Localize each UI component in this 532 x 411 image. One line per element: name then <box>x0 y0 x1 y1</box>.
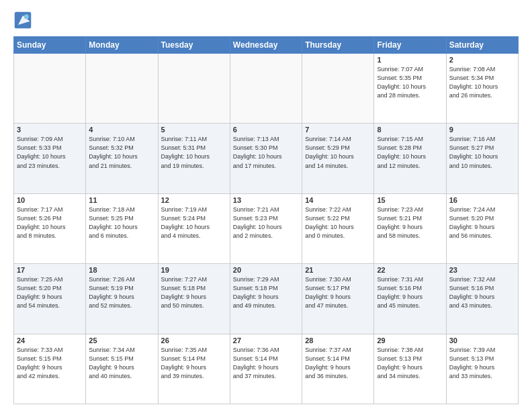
day-number: 30 <box>449 336 515 345</box>
calendar-week-row: 10Sunrise: 7:17 AM Sunset: 5:26 PM Dayli… <box>14 193 519 263</box>
day-number: 26 <box>161 336 227 345</box>
weekday-header: Sunday <box>14 37 86 54</box>
calendar-week-row: 1Sunrise: 7:07 AM Sunset: 5:35 PM Daylig… <box>14 54 519 124</box>
calendar-cell: 6Sunrise: 7:13 AM Sunset: 5:30 PM Daylig… <box>230 124 302 193</box>
day-info: Sunrise: 7:36 AM Sunset: 5:14 PM Dayligh… <box>233 346 299 381</box>
day-info: Sunrise: 7:22 AM Sunset: 5:22 PM Dayligh… <box>305 205 371 240</box>
day-info: Sunrise: 7:35 AM Sunset: 5:14 PM Dayligh… <box>161 346 227 381</box>
day-info: Sunrise: 7:17 AM Sunset: 5:26 PM Dayligh… <box>17 205 83 240</box>
calendar-cell: 30Sunrise: 7:39 AM Sunset: 5:13 PM Dayli… <box>446 334 518 404</box>
calendar-cell: 17Sunrise: 7:25 AM Sunset: 5:20 PM Dayli… <box>14 264 86 334</box>
calendar-cell: 12Sunrise: 7:19 AM Sunset: 5:24 PM Dayli… <box>158 193 230 263</box>
day-number: 25 <box>89 336 154 345</box>
day-info: Sunrise: 7:16 AM Sunset: 5:27 PM Dayligh… <box>449 135 515 170</box>
day-info: Sunrise: 7:11 AM Sunset: 5:31 PM Dayligh… <box>161 135 227 170</box>
header <box>13 11 519 30</box>
svg-point-2 <box>24 14 29 19</box>
day-info: Sunrise: 7:23 AM Sunset: 5:21 PM Dayligh… <box>377 205 443 240</box>
day-info: Sunrise: 7:32 AM Sunset: 5:16 PM Dayligh… <box>449 275 515 310</box>
weekday-header: Wednesday <box>230 37 302 54</box>
calendar-cell <box>14 54 86 124</box>
calendar-cell: 14Sunrise: 7:22 AM Sunset: 5:22 PM Dayli… <box>302 193 374 263</box>
calendar-cell: 23Sunrise: 7:32 AM Sunset: 5:16 PM Dayli… <box>446 264 518 334</box>
day-number: 29 <box>377 336 443 345</box>
day-number: 27 <box>233 336 299 345</box>
day-number: 1 <box>377 56 443 64</box>
day-info: Sunrise: 7:07 AM Sunset: 5:35 PM Dayligh… <box>377 65 443 100</box>
day-number: 14 <box>305 196 371 204</box>
day-number: 10 <box>17 196 83 204</box>
day-number: 28 <box>305 336 371 345</box>
day-info: Sunrise: 7:19 AM Sunset: 5:24 PM Dayligh… <box>161 205 227 240</box>
calendar-cell <box>302 54 374 124</box>
calendar-cell: 20Sunrise: 7:29 AM Sunset: 5:18 PM Dayli… <box>230 264 302 334</box>
day-number: 23 <box>449 266 515 274</box>
weekday-header: Tuesday <box>158 37 230 54</box>
day-info: Sunrise: 7:29 AM Sunset: 5:18 PM Dayligh… <box>233 275 299 310</box>
day-number: 13 <box>233 196 299 204</box>
calendar-cell <box>86 54 158 124</box>
weekday-header: Saturday <box>446 37 518 54</box>
calendar-cell: 1Sunrise: 7:07 AM Sunset: 5:35 PM Daylig… <box>374 54 446 124</box>
calendar-cell: 29Sunrise: 7:38 AM Sunset: 5:13 PM Dayli… <box>374 334 446 404</box>
weekday-header: Thursday <box>302 37 374 54</box>
calendar-cell: 19Sunrise: 7:27 AM Sunset: 5:18 PM Dayli… <box>158 264 230 334</box>
day-number: 16 <box>449 196 515 204</box>
calendar-cell: 7Sunrise: 7:14 AM Sunset: 5:29 PM Daylig… <box>302 124 374 193</box>
page: SundayMondayTuesdayWednesdayThursdayFrid… <box>0 0 532 411</box>
day-info: Sunrise: 7:18 AM Sunset: 5:25 PM Dayligh… <box>89 205 154 240</box>
day-number: 3 <box>17 126 83 134</box>
day-number: 21 <box>305 266 371 274</box>
calendar-table: SundayMondayTuesdayWednesdayThursdayFrid… <box>13 36 519 404</box>
calendar-header-row: SundayMondayTuesdayWednesdayThursdayFrid… <box>14 37 519 54</box>
day-number: 17 <box>17 266 83 274</box>
day-number: 18 <box>89 266 154 274</box>
calendar-week-row: 24Sunrise: 7:33 AM Sunset: 5:15 PM Dayli… <box>14 334 519 404</box>
calendar-cell: 22Sunrise: 7:31 AM Sunset: 5:16 PM Dayli… <box>374 264 446 334</box>
day-number: 2 <box>449 56 515 64</box>
calendar-cell: 4Sunrise: 7:10 AM Sunset: 5:32 PM Daylig… <box>86 124 158 193</box>
day-info: Sunrise: 7:10 AM Sunset: 5:32 PM Dayligh… <box>89 135 154 170</box>
calendar-cell: 16Sunrise: 7:24 AM Sunset: 5:20 PM Dayli… <box>446 193 518 263</box>
calendar-cell: 5Sunrise: 7:11 AM Sunset: 5:31 PM Daylig… <box>158 124 230 193</box>
day-info: Sunrise: 7:08 AM Sunset: 5:34 PM Dayligh… <box>449 65 515 100</box>
calendar-cell: 25Sunrise: 7:34 AM Sunset: 5:15 PM Dayli… <box>86 334 158 404</box>
logo-icon <box>13 11 32 30</box>
calendar-cell: 8Sunrise: 7:15 AM Sunset: 5:28 PM Daylig… <box>374 124 446 193</box>
day-info: Sunrise: 7:15 AM Sunset: 5:28 PM Dayligh… <box>377 135 443 170</box>
day-number: 6 <box>233 126 299 134</box>
calendar-cell: 9Sunrise: 7:16 AM Sunset: 5:27 PM Daylig… <box>446 124 518 193</box>
day-number: 20 <box>233 266 299 274</box>
calendar-cell <box>158 54 230 124</box>
day-number: 19 <box>161 266 227 274</box>
day-info: Sunrise: 7:33 AM Sunset: 5:15 PM Dayligh… <box>17 346 83 381</box>
day-info: Sunrise: 7:38 AM Sunset: 5:13 PM Dayligh… <box>377 346 443 381</box>
calendar-cell: 2Sunrise: 7:08 AM Sunset: 5:34 PM Daylig… <box>446 54 518 124</box>
day-number: 11 <box>89 196 154 204</box>
day-info: Sunrise: 7:39 AM Sunset: 5:13 PM Dayligh… <box>449 346 515 381</box>
calendar-cell: 3Sunrise: 7:09 AM Sunset: 5:33 PM Daylig… <box>14 124 86 193</box>
day-number: 9 <box>449 126 515 134</box>
calendar-cell: 21Sunrise: 7:30 AM Sunset: 5:17 PM Dayli… <box>302 264 374 334</box>
logo <box>13 11 35 30</box>
weekday-header: Monday <box>86 37 158 54</box>
day-info: Sunrise: 7:25 AM Sunset: 5:20 PM Dayligh… <box>17 275 83 310</box>
calendar-cell: 28Sunrise: 7:37 AM Sunset: 5:14 PM Dayli… <box>302 334 374 404</box>
calendar-cell: 27Sunrise: 7:36 AM Sunset: 5:14 PM Dayli… <box>230 334 302 404</box>
day-info: Sunrise: 7:34 AM Sunset: 5:15 PM Dayligh… <box>89 346 154 381</box>
calendar-cell: 26Sunrise: 7:35 AM Sunset: 5:14 PM Dayli… <box>158 334 230 404</box>
day-info: Sunrise: 7:24 AM Sunset: 5:20 PM Dayligh… <box>449 205 515 240</box>
day-info: Sunrise: 7:26 AM Sunset: 5:19 PM Dayligh… <box>89 275 154 310</box>
calendar-cell: 18Sunrise: 7:26 AM Sunset: 5:19 PM Dayli… <box>86 264 158 334</box>
day-number: 8 <box>377 126 443 134</box>
calendar-week-row: 3Sunrise: 7:09 AM Sunset: 5:33 PM Daylig… <box>14 124 519 193</box>
day-info: Sunrise: 7:13 AM Sunset: 5:30 PM Dayligh… <box>233 135 299 170</box>
day-number: 24 <box>17 336 83 345</box>
day-info: Sunrise: 7:27 AM Sunset: 5:18 PM Dayligh… <box>161 275 227 310</box>
day-number: 5 <box>161 126 227 134</box>
day-number: 22 <box>377 266 443 274</box>
weekday-header: Friday <box>374 37 446 54</box>
calendar-cell: 11Sunrise: 7:18 AM Sunset: 5:25 PM Dayli… <box>86 193 158 263</box>
day-info: Sunrise: 7:21 AM Sunset: 5:23 PM Dayligh… <box>233 205 299 240</box>
day-number: 15 <box>377 196 443 204</box>
